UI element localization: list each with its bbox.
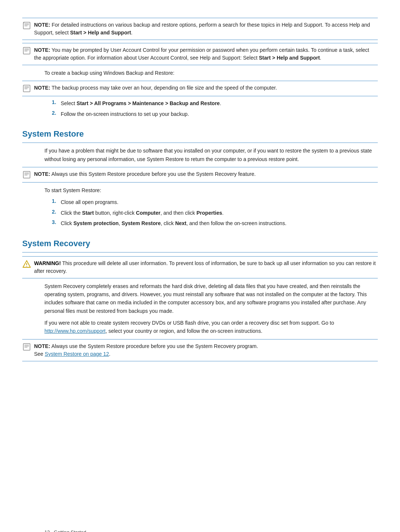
warning-block: WARNING! This procedure will delete all … xyxy=(22,256,378,278)
note-1-text: NOTE: For detailed instructions on vario… xyxy=(34,21,378,37)
system-restore-note-block: NOTE: Always use this System Restore pro… xyxy=(22,167,378,183)
system-restore-top-rule xyxy=(22,143,378,143)
backup-step-1-num: 1. xyxy=(52,99,61,105)
backup-step-1: 1. Select Start > All Programs > Mainten… xyxy=(22,99,378,107)
note-2-label: NOTE: xyxy=(34,47,50,53)
system-recovery-top-rule xyxy=(22,252,378,252)
page-footer: 12 Getting Started xyxy=(44,529,86,532)
recovery-body-1: System Recovery completely erases and re… xyxy=(22,282,378,315)
note-block-1: NOTE: For detailed instructions on vario… xyxy=(22,18,378,40)
restore-step-3-text: Click System protection, System Restore,… xyxy=(61,219,378,227)
recovery-body-2: If you were not able to create system re… xyxy=(22,319,378,335)
footer-label: Getting Started xyxy=(54,529,86,532)
system-restore-body: If you have a problem that might be due … xyxy=(22,147,378,163)
note-icon-1 xyxy=(22,21,31,30)
restore-step-1-text: Close all open programs. xyxy=(61,198,378,206)
restore-step-2: 2. Click the Start button, right-click C… xyxy=(22,209,378,217)
svg-rect-8 xyxy=(23,85,30,92)
restore-step-2-text: Click the Start button, right-click Comp… xyxy=(61,209,378,217)
recovery-note-text: NOTE: Always use the System Restore proc… xyxy=(34,342,378,358)
note-1-label: NOTE: xyxy=(34,22,50,28)
system-restore-note-label: NOTE: xyxy=(34,171,50,177)
backup-step-2-text: Follow the on-screen instructions to set… xyxy=(61,110,378,118)
restore-step-3: 3. Click System protection, System Resto… xyxy=(22,219,378,227)
recovery-note-block: NOTE: Always use the System Restore proc… xyxy=(22,339,378,361)
warning-icon xyxy=(22,260,31,268)
svg-rect-0 xyxy=(23,22,30,29)
restore-step-2-num: 2. xyxy=(52,209,61,215)
system-restore-intro: To start System Restore: xyxy=(22,186,378,194)
note-2-text: NOTE: You may be prompted by User Accoun… xyxy=(34,46,378,62)
note-icon-3 xyxy=(22,84,31,93)
recovery-note-label: NOTE: xyxy=(34,343,50,349)
svg-rect-12 xyxy=(23,171,30,178)
svg-point-18 xyxy=(26,266,27,267)
backup-step-2: 2. Follow the on-screen instructions to … xyxy=(22,110,378,118)
warning-text: WARNING! This procedure will delete all … xyxy=(34,260,378,275)
note-block-3: NOTE: The backup process may take over a… xyxy=(22,81,378,96)
note-icon-2 xyxy=(22,46,31,55)
system-restore-page-link[interactable]: System Restore on page 12 xyxy=(45,351,109,357)
svg-rect-4 xyxy=(23,47,30,54)
note-block-2: NOTE: You may be prompted by User Accoun… xyxy=(22,43,378,65)
note-3-text: NOTE: The backup process may take over a… xyxy=(34,84,378,92)
system-restore-heading: System Restore xyxy=(22,129,378,139)
note-3-label: NOTE: xyxy=(34,85,50,91)
svg-rect-19 xyxy=(23,344,30,350)
restore-step-1: 1. Close all open programs. xyxy=(22,198,378,206)
backup-intro-text: To create a backup using Windows Backup … xyxy=(22,69,378,77)
restore-step-1-num: 1. xyxy=(52,198,61,204)
page-number: 12 xyxy=(44,529,50,532)
hp-support-link[interactable]: http://www.hp.com/support xyxy=(44,328,106,334)
system-restore-note-icon xyxy=(22,170,31,179)
restore-step-3-num: 3. xyxy=(52,219,61,225)
warning-label: WARNING! xyxy=(34,260,61,266)
system-recovery-heading: System Recovery xyxy=(22,239,378,248)
recovery-note-icon xyxy=(22,342,31,351)
system-restore-note-text: NOTE: Always use this System Restore pro… xyxy=(34,170,378,178)
backup-step-1-text: Select Start > All Programs > Maintenanc… xyxy=(61,99,378,107)
backup-step-2-num: 2. xyxy=(52,110,61,116)
